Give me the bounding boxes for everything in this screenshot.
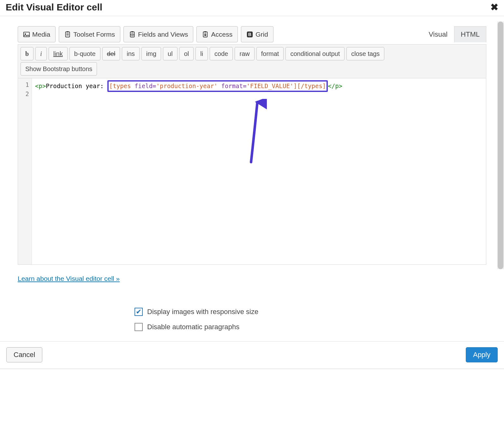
toolset-forms-button[interactable]: Toolset Forms [59,26,120,42]
svg-point-1 [25,33,26,34]
tab-visual[interactable]: Visual [422,26,454,42]
option-responsive-images[interactable]: ✔ Display images with responsive size [135,308,486,316]
sc-space [131,82,134,89]
sc-bracket: ] [293,82,297,89]
show-bootstrap-buttons-button[interactable]: Show Bootstrap buttons [21,62,97,76]
learn-more-link[interactable]: Learn about the Visual editor cell » [18,275,120,282]
checkbox-unchecked-icon[interactable]: ✔ [135,323,143,331]
format-button[interactable]: format [256,47,284,60]
svg-rect-3 [67,31,69,32]
lock-clipboard-icon [202,31,209,38]
line-number: 1 [18,80,29,89]
sc-eq: = [243,82,246,89]
code-text: Production year: [46,82,107,89]
fields-views-label: Fields and Views [138,30,188,38]
access-button[interactable]: Access [196,26,238,42]
editor-mode-tabs: Visual HTML [422,26,486,42]
eye-clipboard-icon [129,31,136,38]
bold-button[interactable]: b [21,47,33,60]
option-disable-autop[interactable]: ✔ Disable automatic paragraphs [135,323,486,331]
code-editor: 1 2 <p>Production year: [types field='pr… [18,78,486,265]
close-tags-button[interactable]: close tags [346,47,384,60]
link-button[interactable]: link [49,47,68,60]
code-button[interactable]: code [210,47,233,60]
ul-button[interactable]: ul [163,47,177,60]
grid-button[interactable]: B Grid [241,26,273,42]
media-button[interactable]: Media [18,26,56,42]
svg-rect-5 [67,34,69,35]
sc-bracket: [/ [297,82,304,89]
svg-rect-0 [24,32,29,37]
toolset-forms-label: Toolset Forms [73,30,115,38]
svg-rect-11 [205,31,207,32]
conditional-output-button[interactable]: conditional output [285,47,345,60]
sc-attr-name: field [135,82,153,89]
ol-button[interactable]: ol [179,47,194,60]
close-icon[interactable]: ✖ [490,3,498,12]
svg-text:B: B [248,32,251,37]
bquote-button[interactable]: b-quote [69,47,100,60]
line-number: 2 [18,89,29,99]
svg-rect-12 [205,34,207,36]
sc-eq: = [153,82,156,89]
sc-bracket: ] [322,82,326,89]
tag-close-p: </p> [328,82,342,89]
sc-attr-name: format [221,82,243,89]
image-icon [23,31,30,38]
grid-label: Grid [255,30,268,38]
raw-button[interactable]: raw [235,47,254,60]
tag-open-p: <p> [35,82,46,89]
svg-rect-7 [131,31,133,32]
fields-views-button[interactable]: Fields and Views [123,26,193,42]
toolbar-primary: Media Toolset Forms [18,26,486,42]
sc-space [218,82,221,89]
apply-button[interactable]: Apply [466,347,498,362]
sc-bracket: [ [109,82,113,89]
sc-attr-val: 'FIELD_VALUE' [247,82,294,89]
sc-attr-val: 'production-year' [156,82,218,89]
access-label: Access [211,30,232,38]
highlight-annotation: [types field='production-year' format='F… [107,80,328,92]
option-label: Disable automatic paragraphs [147,323,239,331]
option-label: Display images with responsive size [147,308,258,316]
code-textarea[interactable]: <p>Production year: [types field='produc… [32,78,486,264]
line-gutter: 1 2 [18,78,32,264]
toolbar-secondary: b i link b-quote del ins img ul ol li co… [18,44,486,78]
italic-button[interactable]: i [35,47,47,60]
arrow-annotation [209,90,267,177]
clipboard-icon [64,31,71,38]
options-group: ✔ Display images with responsive size ✔ … [135,308,486,331]
sc-name: types [304,82,322,89]
li-button[interactable]: li [195,47,208,60]
svg-rect-4 [67,33,69,34]
ins-button[interactable]: ins [122,47,140,60]
checkbox-checked-icon[interactable]: ✔ [135,308,143,316]
svg-rect-2 [66,32,70,37]
bootstrap-b-icon: B [246,31,253,38]
tab-html[interactable]: HTML [454,26,486,42]
media-label: Media [32,30,50,38]
cancel-button[interactable]: Cancel [6,347,42,362]
modal-title: Edit Visual Editor cell [6,2,102,13]
sc-name: types [113,82,131,89]
del-button[interactable]: del [102,47,120,60]
svg-point-9 [132,34,133,35]
img-button[interactable]: img [141,47,161,60]
